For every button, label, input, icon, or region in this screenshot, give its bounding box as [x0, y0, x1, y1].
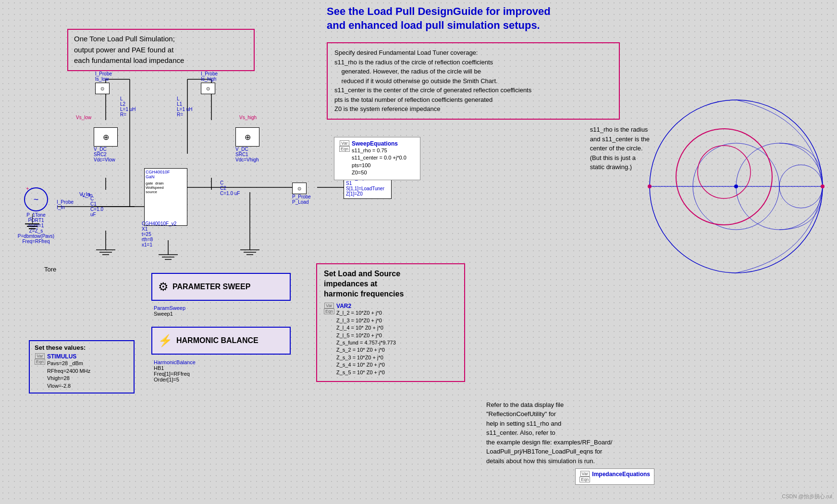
- stimulus-title: STIMULUS: [47, 353, 90, 360]
- sweep-eqn-values: s11_rho = 0.75 s11_center = 0.0 +j*0.0 p…: [352, 147, 406, 177]
- param-sweep-sub: ParamSweep Sweep1: [154, 305, 185, 317]
- i-probe-low: I_ProbeIs_low ⊙: [95, 71, 112, 94]
- svg-point-35: [698, 146, 751, 198]
- i-probe-in: I_ProbeI_In: [57, 199, 74, 210]
- title-area: See the Load Pull DesignGuide for improv…: [327, 5, 653, 32]
- c1-block: CC1C=1.0 uF: [90, 196, 110, 217]
- specify-box: Specify desired Fundamental Load Tuner c…: [327, 42, 620, 120]
- load-source-title: Set Load and Source impedances at harmon…: [324, 269, 457, 299]
- specify-text: Specify desired Fundamental Load Tuner c…: [334, 48, 612, 114]
- refer-note: Refer to the data display file "Reflecti…: [486, 400, 650, 466]
- watermark: CSDN @怡步脱心.rul: [782, 493, 832, 500]
- svg-point-34: [676, 129, 772, 225]
- main-container: See the Load Pull DesignGuide for improv…: [0, 0, 837, 504]
- smith-chart: [640, 42, 832, 297]
- i-probe-high: I_ProbeIs_high ⊙: [201, 71, 218, 94]
- desc-box: One Tone Load Pull Simulation; output po…: [67, 29, 255, 71]
- harmonic-balance-block[interactable]: ⚡ HARMONIC BALANCE: [151, 327, 291, 355]
- sweep-eqn-block: Var Eqn SweepEquations s11_rho = 0.75 s1…: [334, 137, 420, 180]
- sweep-eqn-title: SweepEquations: [352, 140, 406, 147]
- vdc-src1: ⊕ V_DCSRC1Vdc=Vhigh: [235, 127, 264, 162]
- var2-values: Z_l_2 = 10*Z0 + j*0 Z_l_3 = 10*Z0 + j*0 …: [336, 309, 396, 376]
- set-values-box: Set these values: Var Eqn STIMULUS Pavs=…: [29, 340, 135, 393]
- title-line1: See the Load Pull DesignGuide for improv…: [327, 5, 551, 17]
- param-sweep-label: PARAMETER SWEEP: [172, 283, 250, 291]
- param-sweep-block[interactable]: ⚙ PARAMETER SWEEP: [151, 273, 291, 301]
- l1-block: LL1L=1 uHR=: [177, 96, 196, 117]
- impedance-eqn-title: ImpedanceEquations: [592, 471, 650, 478]
- vdc-src2: ⊕ V_DCSRC2Vdc=Vlow: [94, 127, 123, 162]
- port1-ground: [25, 214, 39, 229]
- tore-text: Tore: [44, 266, 56, 273]
- v-in-schematic: V_In: [79, 191, 90, 197]
- hb-sub: HarmonicBalance HB1 Freq[1]=RFfreq Order…: [154, 359, 196, 382]
- var2-title: VAR2: [336, 303, 396, 309]
- p-probe-block: ⊙ P_ProbeP_Load: [292, 183, 316, 205]
- stimulus-values: Pavs=28 _dBm RFfreq=2400 MHz Vhigh=28 Vl…: [47, 360, 90, 390]
- vs-low-label: Vs_low: [76, 112, 91, 121]
- load-source-box: Set Load and Source impedances at harmon…: [316, 263, 465, 382]
- param-sweep-icon: ⚙: [158, 280, 169, 294]
- transistor-block: CGH40010FGaN gate drainWolfspeedsource: [144, 168, 187, 226]
- c2-block: CC2C=1.0 uF: [220, 180, 244, 196]
- hb-icon: ⚡: [158, 334, 172, 347]
- title-line2: and enhanced load pull simulation setups…: [327, 19, 540, 31]
- desc-text: One Tone Load Pull Simulation; output po…: [74, 34, 248, 66]
- l2-block: LL2L=1 uHR=: [120, 96, 139, 117]
- hb-label: HARMONIC BALANCE: [176, 336, 258, 345]
- vs-high-label: Vs_high: [239, 112, 257, 121]
- transistor2-label: CGH40010F_v2X1t=25rth=8x1=1: [142, 221, 176, 247]
- impedance-eqn-block: Var Eqn ImpedanceEquations: [575, 468, 654, 485]
- set-values-title: Set these values:: [35, 344, 129, 351]
